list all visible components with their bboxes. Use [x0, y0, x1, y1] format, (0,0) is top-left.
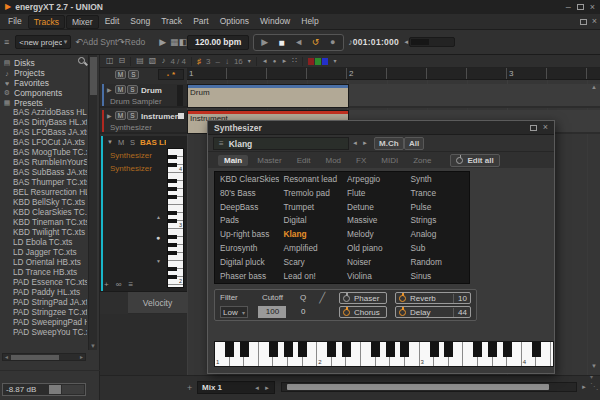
synth-preset-cell[interactable]: DeepBass	[215, 201, 279, 215]
preset-file-item[interactable]: KBD Twilight TC.xts	[0, 228, 87, 238]
mute-button[interactable]: M	[115, 111, 126, 120]
synth-preset-cell[interactable]: Noiser	[342, 256, 406, 270]
nav-center-icon[interactable]: ●	[273, 58, 277, 64]
nav-right-icon[interactable]: ►	[281, 58, 287, 64]
synth-restore-icon[interactable]	[530, 125, 537, 131]
list-icon[interactable]: ≡	[128, 280, 133, 289]
color-blue-swatch[interactable]	[322, 58, 328, 65]
scroll-left-icon[interactable]: ◄	[4, 354, 9, 360]
scroll-right-icon[interactable]: ►	[79, 354, 84, 360]
synth-preset-cell[interactable]: Phaser bass	[215, 270, 279, 284]
expand-icon[interactable]: ▶	[107, 112, 112, 119]
zoom-fit-icon[interactable]: ∷	[292, 57, 297, 65]
octave-dot-icon[interactable]: ●	[156, 234, 160, 241]
preset-file-item[interactable]: BAS LFOBass JA.xts	[0, 128, 87, 138]
synth-preset-cell[interactable]: KBD ClearSkies TC	[215, 173, 279, 187]
track-device[interactable]: Synthesizer	[110, 151, 152, 160]
track-device-2[interactable]: Synthesizer	[110, 164, 152, 173]
synth-preset-cell[interactable]: Detune	[342, 201, 406, 215]
rewind-icon[interactable]: ◄	[291, 37, 306, 47]
mute-button[interactable]: M	[115, 85, 126, 94]
synth-preset-cell[interactable]: Analog	[406, 228, 470, 242]
synth-preset-cell[interactable]: Up-right bass	[215, 228, 279, 242]
preset-file-item[interactable]: PAD StringPad JA.xts	[0, 298, 87, 308]
project-select[interactable]: <new project> ▾	[15, 35, 71, 49]
synth-preset-cell[interactable]: Digital pluck	[215, 256, 279, 270]
synth-preset-cell[interactable]: Pulse	[406, 201, 470, 215]
midi-channel-button[interactable]: M.Ch	[374, 137, 404, 150]
synth-preset-cell[interactable]: Random	[406, 256, 470, 270]
synth-preset-cell[interactable]: Klang	[279, 228, 343, 242]
patch-selector[interactable]: ≡ Klang	[213, 137, 349, 150]
scroll-down-icon[interactable]: ▾	[590, 373, 593, 380]
fx-toggle-button[interactable]: Phaser	[339, 292, 387, 304]
octave-down-icon[interactable]: ▼	[156, 258, 161, 264]
undo-icon[interactable]: ↶	[75, 37, 83, 47]
track-piano-keyboard[interactable]: 432	[167, 148, 184, 288]
down-arrow-icon[interactable]: ↓	[225, 57, 229, 66]
stop-icon[interactable]: ■	[274, 37, 289, 48]
menu-item[interactable]: Song	[125, 15, 155, 29]
master-display-box[interactable]: ▪ *	[158, 69, 184, 80]
play-from-start-icon[interactable]: ▶	[159, 37, 166, 47]
duplicate-part-icon[interactable]: ▧	[149, 57, 157, 65]
song-position-display[interactable]: 001:01:000	[353, 37, 399, 47]
track-name[interactable]: Instrument	[141, 112, 182, 121]
synth-tab[interactable]: Zone	[407, 155, 437, 166]
legato-icon[interactable]: ∞	[116, 280, 122, 289]
synth-preset-cell[interactable]: Trance	[406, 187, 470, 201]
scrollbar-thumb[interactable]	[90, 57, 97, 95]
sidebar-horizontal-scrollbar[interactable]: ◄ ►	[2, 353, 86, 361]
synth-tab[interactable]: FX	[350, 155, 372, 166]
preset-file-item[interactable]: BAS LFOCut JA.xts	[0, 138, 87, 148]
synth-preset-cell[interactable]: Pads	[215, 214, 279, 228]
solo-button[interactable]: S	[127, 111, 138, 120]
menu-item[interactable]: Help	[296, 15, 323, 29]
synth-preset-cell[interactable]: Eurosynth	[215, 242, 279, 256]
patch-prev-icon[interactable]: ◄	[352, 140, 358, 146]
synth-preset-cell[interactable]: Resonant lead	[279, 173, 343, 187]
grid-value[interactable]: 16	[234, 57, 243, 66]
menu-item[interactable]: Tracks	[28, 15, 65, 29]
slope-icon[interactable]: ╱	[319, 292, 331, 304]
synth-preset-cell[interactable]: Synth	[406, 173, 470, 187]
synth-preset-cell[interactable]: Trumpet	[279, 201, 343, 215]
timeline-scroll-up-icon[interactable]: ▲	[591, 84, 597, 90]
expand-icon[interactable]: ▶	[107, 86, 112, 93]
track-row-drum[interactable]: ▶ M S Drum Drum Sampler	[100, 84, 187, 108]
scroll-down-icon[interactable]: ▼	[90, 343, 96, 349]
minimize-icon[interactable]: –	[566, 3, 571, 12]
color-green-swatch[interactable]	[315, 58, 321, 65]
synth-keyboard[interactable]: 1234	[214, 341, 554, 367]
preset-file-item[interactable]: KBD ClearSkies TC.xts	[0, 208, 87, 218]
synth-close-icon[interactable]: ×	[543, 123, 548, 132]
slider-thumb[interactable]	[49, 385, 61, 394]
preset-file-item[interactable]: BEL Resurrection HL.xts	[0, 188, 87, 198]
solo-button[interactable]: S	[127, 85, 138, 94]
cutoff-value[interactable]: 100	[258, 306, 286, 318]
synth-preset-cell[interactable]: Massive	[342, 214, 406, 228]
mute-button[interactable]: M	[118, 138, 124, 147]
master-mute-button[interactable]: M	[115, 70, 126, 79]
color-red-swatch[interactable]	[308, 58, 314, 65]
send-toggle-button[interactable]: Delay 44	[395, 306, 471, 318]
scroll-right-icon[interactable]: ►	[581, 384, 587, 390]
all-button[interactable]: All	[404, 137, 424, 150]
synth-preset-cell[interactable]: Amplified	[279, 242, 343, 256]
preset-file-item[interactable]: KBD Tineman TC.xts	[0, 218, 87, 228]
timeline-scroll-down-icon[interactable]: ▼	[591, 363, 597, 369]
preview-volume-slider[interactable]: -8.87 dB	[2, 383, 86, 396]
synth-tab[interactable]: Mod	[319, 155, 347, 166]
synth-preset-cell[interactable]: Sinus	[406, 270, 470, 284]
timeline-horizontal-scrollbar[interactable]	[281, 382, 577, 392]
undo-label[interactable]: Add Synt	[83, 37, 118, 47]
synth-preset-cell[interactable]: Lead on!	[279, 270, 343, 284]
synth-preset-cell[interactable]: Scary	[279, 256, 343, 270]
bpm-display[interactable]: 120.00 bpm	[187, 35, 249, 50]
track-device[interactable]: Drum Sampler	[110, 97, 162, 106]
note-tool-icon[interactable]: ♪	[161, 57, 165, 65]
preset-file-item[interactable]: LD Trance HB.xts	[0, 268, 87, 278]
sidebar-vertical-scrollbar[interactable]: ▼	[88, 55, 97, 350]
synth-preset-cell[interactable]: Strings	[406, 214, 470, 228]
scrollbar-thumb[interactable]	[287, 384, 549, 390]
